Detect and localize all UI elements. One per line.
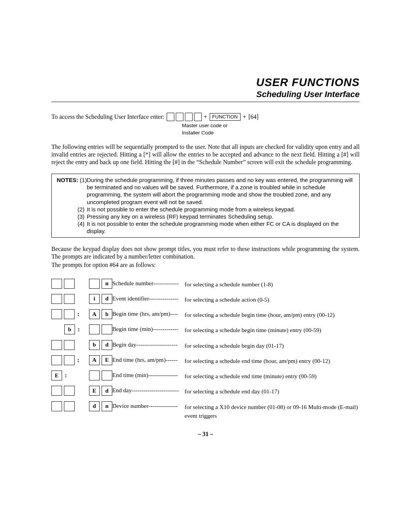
code-caption-wrap: Master user code or Installer Code xyxy=(51,123,360,136)
prompt-row: E : End time (min)--------------- for se… xyxy=(51,371,360,380)
access-prefix-text: To access the Scheduling User Interface … xyxy=(51,113,164,120)
prompt-display-boxes: E : xyxy=(51,371,112,380)
prompt-description: for selecting a schedule begin day (01-1… xyxy=(185,340,360,350)
prompt-description: for selecting a schedule end time (hour,… xyxy=(185,355,360,365)
page-number: – 31 – xyxy=(51,431,360,438)
code-digit-box xyxy=(194,113,202,121)
plus-sign: + xyxy=(243,113,246,120)
guidance-paragraph: Because the keypad display does not show… xyxy=(51,245,360,260)
prompt-table: n Schedule number------------- for selec… xyxy=(51,279,360,420)
display-cell xyxy=(64,279,75,289)
code-digit-box xyxy=(167,113,174,121)
notes-row: (2) It is not possible to enter the sche… xyxy=(56,206,355,213)
notes-number: (4) xyxy=(56,220,87,235)
prompt-description: for selecting a schedule action (0-5) xyxy=(185,294,360,304)
header-rule xyxy=(51,102,360,102)
display-cell xyxy=(89,371,100,380)
prompt-row: : A b Begin time (hrs, am/pm)---- for se… xyxy=(51,309,360,319)
display-cell xyxy=(64,294,75,304)
access-instruction-line: To access the Scheduling User Interface … xyxy=(51,113,360,121)
notes-number: NOTES: (1) xyxy=(56,176,87,206)
prompt-label: End day------------------------ xyxy=(112,386,185,394)
code-digit-boxes xyxy=(167,113,202,121)
colon-separator: : xyxy=(77,326,81,333)
display-cell xyxy=(64,401,75,411)
prompt-display-boxes: : A b xyxy=(51,309,112,319)
display-cell: b xyxy=(64,324,75,334)
notes-box: NOTES: (1) During the schedule programmi… xyxy=(51,174,360,238)
intro-paragraph: The following entries will be sequential… xyxy=(51,143,360,166)
notes-number: (2) xyxy=(56,206,87,213)
display-cell xyxy=(89,279,100,289)
display-cell xyxy=(64,355,75,365)
page-subtitle: Scheduling User Interface xyxy=(51,89,360,99)
display-cell xyxy=(64,340,75,350)
prompt-row: : A E End time (hrs, am/pm)------ for se… xyxy=(51,355,360,365)
display-cell: d xyxy=(102,340,112,350)
prompt-row: E d End day------------------------ for … xyxy=(51,386,360,396)
display-cell: E xyxy=(89,386,100,396)
display-cell xyxy=(64,386,75,396)
display-cell xyxy=(51,294,62,304)
prompt-row: b d Begin day--------------------- for s… xyxy=(51,340,360,350)
display-cell: d xyxy=(89,401,100,411)
display-cell xyxy=(102,324,112,334)
display-cell: E xyxy=(51,371,62,380)
prompt-label: Schedule number------------- xyxy=(112,279,185,287)
display-cell: A xyxy=(89,355,100,365)
prompt-row: n Schedule number------------- for selec… xyxy=(51,279,360,289)
display-cell xyxy=(51,340,62,350)
prompt-display-boxes: n xyxy=(51,279,112,289)
colon-separator: : xyxy=(76,311,80,318)
notes-row: NOTES: (1) During the schedule programmi… xyxy=(56,176,355,206)
display-cell xyxy=(51,386,62,396)
prompt-label: Device number--------------- xyxy=(112,401,185,409)
page-title: USER FUNCTIONS xyxy=(51,76,360,89)
prompt-description: for selecting a schedule number (1-8) xyxy=(185,279,360,289)
plus-sign: + xyxy=(204,113,207,120)
notes-row: (4) It is not possible to enter the sche… xyxy=(56,220,355,235)
section-header: USER FUNCTIONS Scheduling User Interface xyxy=(51,76,360,99)
notes-index: (1) xyxy=(80,177,87,183)
display-cell: n xyxy=(102,279,112,289)
prompt-display-boxes: d n xyxy=(51,401,112,411)
prompt-description: for selecting a X10 device number (01-08… xyxy=(185,401,360,420)
prompts-intro: The prompts for option #64 are as follow… xyxy=(51,261,360,269)
notes-text: It is not possible to enter the schedule… xyxy=(87,206,355,213)
colon-separator: : xyxy=(76,357,80,364)
display-cell: b xyxy=(102,309,112,319)
prompt-display-boxes: E d xyxy=(51,386,112,396)
prompt-description: for selecting a schedule end day (01-17) xyxy=(185,386,360,396)
display-cell: d xyxy=(102,386,112,396)
display-cell xyxy=(51,355,62,365)
display-cell: E xyxy=(102,355,112,365)
prompt-label: End time (hrs, am/pm)------ xyxy=(112,355,185,363)
prompt-display-boxes: : A E xyxy=(51,355,112,365)
prompt-row: d n Device number--------------- for sel… xyxy=(51,401,360,420)
prompt-label: Begin time (min)------------- xyxy=(112,324,185,332)
display-cell xyxy=(102,371,112,380)
notes-label: NOTES: xyxy=(57,177,78,183)
display-cell: A xyxy=(89,309,100,319)
prompt-label: End time (min)--------------- xyxy=(112,371,185,379)
prompt-label: Begin day--------------------- xyxy=(112,340,185,348)
prompt-description: for selecting a schedule begin time (hou… xyxy=(185,309,360,319)
function-key: FUNCTION xyxy=(210,113,241,121)
prompt-display-boxes: b d xyxy=(51,340,112,350)
option-code: [64] xyxy=(249,113,259,120)
colon-separator: : xyxy=(64,372,68,379)
notes-text: Pressing any key on a wireless (RF) keyp… xyxy=(87,213,355,220)
prompt-label: Event identifier--------------- xyxy=(112,294,185,302)
display-cell xyxy=(64,309,75,319)
code-caption-line: Installer Code xyxy=(182,130,360,136)
display-cell xyxy=(89,324,100,334)
display-cell xyxy=(51,279,62,289)
prompt-label: Begin time (hrs, am/pm)---- xyxy=(112,309,185,317)
prompt-row: b : Begin time (min)------------- for se… xyxy=(51,324,360,334)
prompt-row: i d Event identifier--------------- for … xyxy=(51,294,360,304)
notes-row: (3) Pressing any key on a wireless (RF) … xyxy=(56,213,355,220)
document-page: USER FUNCTIONS Scheduling User Interface… xyxy=(51,76,360,438)
display-cell xyxy=(51,401,62,411)
notes-number: (3) xyxy=(56,213,87,220)
display-cell: n xyxy=(102,401,112,411)
